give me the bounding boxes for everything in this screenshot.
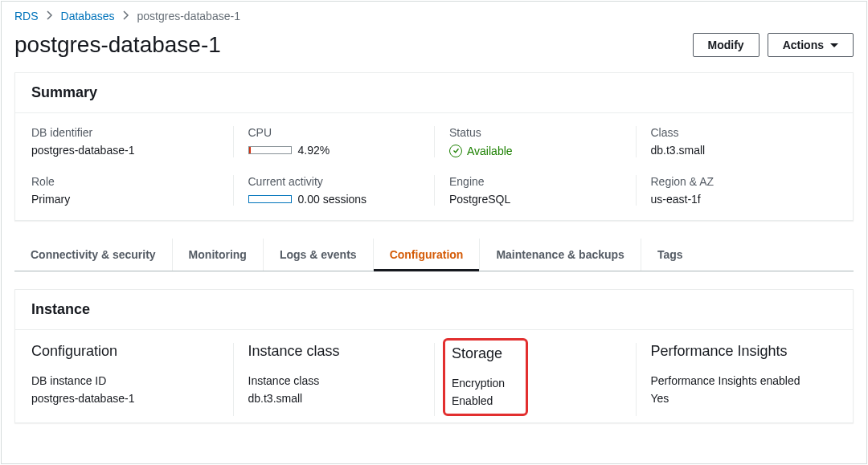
- instance-class-label: Instance class: [248, 374, 427, 387]
- engine-value: PostgreSQL: [449, 193, 628, 206]
- tab-configuration[interactable]: Configuration: [373, 239, 480, 271]
- breadcrumb-current: postgres-database-1: [137, 10, 240, 22]
- region-value: us-east-1f: [651, 193, 829, 206]
- summary-heading: Summary: [15, 73, 853, 113]
- engine-label: Engine: [449, 175, 628, 188]
- class-value: db.t3.small: [651, 144, 829, 157]
- status-value: Available: [467, 145, 513, 157]
- actions-label: Actions: [783, 39, 824, 51]
- instance-class-heading: Instance class: [248, 343, 427, 360]
- configuration-heading: Configuration: [31, 343, 225, 360]
- db-instance-id-value: postgres-database-1: [31, 392, 225, 405]
- class-label: Class: [651, 126, 829, 139]
- encryption-value: Enabled: [452, 394, 505, 407]
- page-title: postgres-database-1: [14, 32, 221, 58]
- check-circle-icon: [449, 145, 462, 157]
- tab-maintenance[interactable]: Maintenance & backups: [479, 239, 641, 271]
- status-label: Status: [449, 126, 628, 139]
- instance-panel: Instance Configuration DB instance ID po…: [14, 289, 854, 423]
- caret-down-icon: [830, 43, 838, 47]
- summary-panel: Summary DB identifier postgres-database-…: [14, 72, 854, 221]
- tab-logs[interactable]: Logs & events: [263, 239, 373, 271]
- storage-heading: Storage: [452, 345, 505, 362]
- performance-heading: Performance Insights: [651, 343, 829, 360]
- tab-tags[interactable]: Tags: [641, 239, 699, 271]
- activity-bar: [248, 195, 292, 203]
- db-instance-id-label: DB instance ID: [31, 374, 225, 387]
- performance-enabled-label: Performance Insights enabled: [651, 374, 829, 387]
- activity-label: Current activity: [248, 175, 427, 188]
- cpu-bar: [248, 146, 292, 154]
- cpu-value: 4.92%: [298, 144, 330, 157]
- role-value: Primary: [31, 193, 225, 206]
- breadcrumb-rds[interactable]: RDS: [14, 10, 39, 22]
- activity-value[interactable]: 0.00 sessions: [298, 193, 367, 206]
- chevron-right-icon: [123, 10, 129, 22]
- modify-button[interactable]: Modify: [693, 33, 760, 57]
- breadcrumb-databases[interactable]: Databases: [61, 10, 115, 22]
- storage-highlight: Storage Encryption Enabled: [443, 338, 528, 416]
- instance-class-value: db.t3.small: [248, 392, 427, 405]
- region-label: Region & AZ: [651, 175, 829, 188]
- performance-enabled-value: Yes: [651, 392, 829, 405]
- chevron-right-icon: [47, 10, 53, 22]
- tabs: Connectivity & security Monitoring Logs …: [14, 239, 854, 271]
- breadcrumb: RDS Databases postgres-database-1: [14, 2, 854, 29]
- tab-connectivity[interactable]: Connectivity & security: [14, 239, 172, 271]
- role-label: Role: [31, 175, 225, 188]
- tab-monitoring[interactable]: Monitoring: [172, 239, 263, 271]
- encryption-label: Encryption: [452, 377, 505, 390]
- instance-heading: Instance: [15, 290, 853, 330]
- cpu-label: CPU: [248, 126, 427, 139]
- actions-dropdown-button[interactable]: Actions: [768, 33, 854, 57]
- db-identifier-value: postgres-database-1: [31, 144, 225, 157]
- db-identifier-label: DB identifier: [31, 126, 225, 139]
